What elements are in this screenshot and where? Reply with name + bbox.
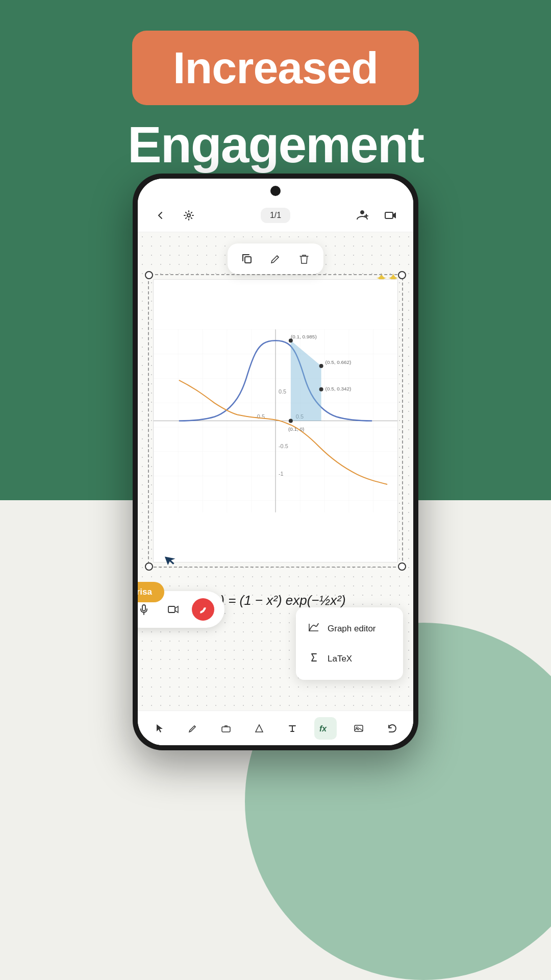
latex-menu-item[interactable]: LaTeX xyxy=(296,644,403,674)
sigma-icon xyxy=(308,652,319,666)
svg-text:-0.5: -0.5 xyxy=(279,443,288,449)
graph-area: -0.5 0.5 -0.5 0.5 -1 xyxy=(153,279,398,562)
edit-button[interactable] xyxy=(266,250,285,268)
svg-point-17 xyxy=(319,364,323,368)
header-section: Increased Engagement xyxy=(0,31,551,174)
whiteboard[interactable]: ✦✦ xyxy=(138,232,413,710)
svg-rect-27 xyxy=(168,606,175,612)
selection-handle-tl[interactable] xyxy=(145,271,153,279)
engagement-label: Engagement xyxy=(128,115,423,174)
graph-editor-menu-item[interactable]: Graph editor xyxy=(296,614,403,644)
copy-button[interactable] xyxy=(238,250,256,268)
svg-text:(0.1, 0): (0.1, 0) xyxy=(288,426,304,432)
svg-rect-22 xyxy=(222,727,230,732)
phone-camera xyxy=(270,186,281,196)
svg-rect-24 xyxy=(355,725,363,731)
text-tool[interactable] xyxy=(281,717,304,740)
phone-container: 1/1 xyxy=(133,174,418,750)
svg-point-18 xyxy=(319,387,323,391)
increased-badge: Increased xyxy=(132,31,419,105)
screen-content: 1/1 xyxy=(138,179,413,745)
svg-point-16 xyxy=(289,338,293,342)
image-tool[interactable] xyxy=(347,717,370,740)
top-bar-left xyxy=(150,205,199,226)
svg-text:(0.5, 0.662): (0.5, 0.662) xyxy=(325,359,352,365)
selection-handle-bl[interactable] xyxy=(145,562,153,571)
graph-editor-label: Graph editor xyxy=(328,624,376,634)
marisa-user-label: Marisa xyxy=(138,582,164,602)
delete-button[interactable] xyxy=(295,250,313,268)
selection-handle-br[interactable] xyxy=(398,562,406,571)
pen-tool[interactable] xyxy=(182,717,204,740)
svg-text:0.5: 0.5 xyxy=(279,388,286,395)
svg-text:fx: fx xyxy=(319,724,327,733)
graph-editor-icon xyxy=(308,622,319,635)
bottom-toolbar: fx xyxy=(138,710,413,745)
svg-point-0 xyxy=(187,214,190,217)
formula-tool[interactable]: fx xyxy=(314,717,337,740)
svg-rect-2 xyxy=(245,257,251,263)
increased-label: Increased xyxy=(173,42,378,93)
formula-text: f(x) = (1 − x²) exp(−½x²) xyxy=(205,593,345,608)
svg-text:(0.5, 0.342): (0.5, 0.342) xyxy=(325,386,352,391)
select-tool[interactable] xyxy=(148,717,171,740)
video-call-button[interactable] xyxy=(162,598,185,621)
svg-point-19 xyxy=(289,419,293,423)
page-indicator: 1/1 xyxy=(261,208,290,223)
latex-label: LaTeX xyxy=(328,654,352,664)
phone-screen: 1/1 xyxy=(138,179,413,745)
top-bar-right xyxy=(352,205,401,226)
svg-rect-1 xyxy=(385,212,393,218)
settings-button[interactable] xyxy=(179,205,199,226)
back-button[interactable] xyxy=(150,205,170,226)
selection-handle-tr[interactable] xyxy=(398,271,406,279)
shape-tool[interactable] xyxy=(248,717,270,740)
floating-toolbar xyxy=(228,243,323,274)
context-menu: Graph editor LaTeX xyxy=(296,607,403,680)
video-button[interactable] xyxy=(381,205,401,226)
eraser-tool[interactable] xyxy=(215,717,237,740)
phone-outer: 1/1 xyxy=(133,174,418,750)
svg-text:-1: -1 xyxy=(279,471,284,477)
end-call-button[interactable] xyxy=(192,598,214,621)
undo-button[interactable] xyxy=(381,717,403,740)
svg-text:(0.1, 0.985): (0.1, 0.985) xyxy=(291,334,317,339)
add-user-button[interactable] xyxy=(352,205,372,226)
graph-widget[interactable]: -0.5 0.5 -0.5 0.5 -1 xyxy=(148,274,403,568)
